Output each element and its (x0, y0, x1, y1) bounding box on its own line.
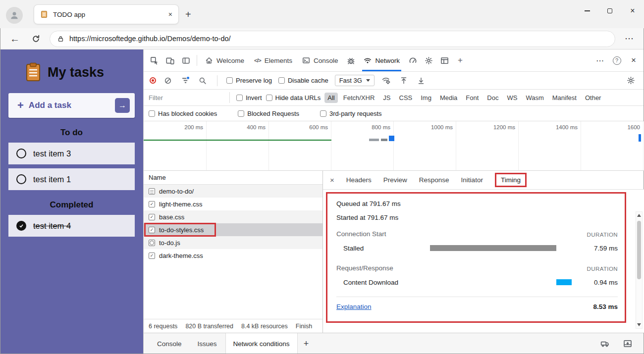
inspect-element-button[interactable] (147, 53, 161, 68)
gridline (456, 121, 456, 170)
throttling-select[interactable]: Fast 3G (335, 75, 375, 86)
devtools-close-button[interactable]: × (626, 53, 641, 68)
name-column-header[interactable]: Name (144, 171, 322, 185)
drawer-misc-button[interactable] (597, 336, 612, 351)
performance-button[interactable] (405, 53, 420, 68)
application-button[interactable] (421, 53, 436, 68)
refresh-button[interactable] (29, 32, 43, 46)
tab-network[interactable]: Network (359, 50, 404, 71)
filter-pill-wasm[interactable]: Wasm (523, 93, 546, 103)
checkbox-icon[interactable] (278, 77, 285, 84)
scroll-down-button[interactable] (636, 321, 642, 328)
table-row[interactable]: dark-theme.css (144, 249, 322, 262)
hide-data-urls-checkbox[interactable]: Hide data URLs (266, 94, 321, 101)
tab-preview[interactable]: Preview (383, 176, 407, 184)
filter-input[interactable] (149, 94, 223, 101)
drawer-tab-issues[interactable]: Issues (190, 333, 224, 354)
minimize-button[interactable] (576, 0, 598, 22)
network-settings-button[interactable] (623, 73, 638, 88)
table-row[interactable]: light-theme.css (144, 198, 322, 210)
tab-close-button[interactable]: × (168, 10, 172, 18)
new-tab-button[interactable]: + (185, 9, 191, 20)
address-bar[interactable]: https://microsoftedge.github.io/Demos/de… (50, 31, 615, 47)
filter-pill-all[interactable]: All (324, 93, 337, 103)
import-har-button[interactable] (398, 75, 409, 86)
add-task-card[interactable]: + Add a task → (8, 93, 135, 118)
scroll-up-button[interactable] (636, 212, 642, 219)
checkbox-icon[interactable] (226, 77, 233, 84)
detail-close-button[interactable]: × (330, 176, 334, 184)
blocked-requests-checkbox[interactable]: Blocked Requests (238, 110, 299, 117)
network-overview-timeline[interactable]: 200 ms 400 ms 600 ms 800 ms 1000 ms 1200… (144, 121, 644, 171)
export-har-button[interactable] (416, 75, 427, 86)
debugger-button[interactable] (343, 53, 358, 68)
todo-item[interactable]: test item 1 (8, 168, 135, 190)
queued-at: Queued at 791.67 ms (327, 194, 625, 207)
layout-button[interactable] (437, 53, 452, 68)
tab-welcome[interactable]: Welcome (201, 50, 249, 71)
checkbox-icon[interactable] (238, 110, 244, 117)
tab-timing[interactable]: Timing (495, 173, 527, 187)
drawer-tab-network-conditions[interactable]: Network conditions (225, 333, 298, 354)
devtools-controls: ⋯ ? × (592, 53, 641, 68)
filter-pill-fetchxhr[interactable]: Fetch/XHR (340, 93, 378, 103)
maximize-button[interactable] (598, 0, 621, 22)
expand-drawer-button[interactable] (620, 336, 635, 351)
filter-toggle-button[interactable] (180, 75, 191, 86)
filter-pill-doc[interactable]: Doc (484, 93, 501, 103)
device-emulation-button[interactable] (162, 53, 177, 68)
table-row[interactable]: base.css (144, 210, 322, 223)
third-party-requests-checkbox[interactable]: 3rd-party requests (320, 110, 382, 117)
drawer-tab-console[interactable]: Console (150, 333, 189, 354)
page-title: My tasks (48, 65, 104, 80)
add-task-submit-button[interactable]: → (115, 98, 130, 113)
invert-checkbox[interactable]: Invert (236, 94, 262, 101)
browser-menu-button[interactable]: ⋯ (622, 32, 636, 46)
checkbox-icon[interactable] (320, 110, 326, 117)
devtools-help-button[interactable]: ? (609, 53, 624, 68)
tab-headers[interactable]: Headers (346, 176, 372, 184)
checkbox-checked-icon[interactable] (16, 221, 26, 231)
explanation-link[interactable]: Explanation (336, 303, 372, 310)
gridline (518, 121, 519, 170)
checkbox-icon[interactable] (236, 95, 243, 101)
more-tabs-button[interactable]: + (453, 53, 468, 68)
checkbox-icon[interactable] (266, 95, 272, 101)
filter-pill-other[interactable]: Other (582, 93, 604, 103)
filter-pill-ws[interactable]: WS (504, 93, 520, 103)
scrollbar[interactable] (636, 211, 643, 329)
filter-pill-font[interactable]: Font (463, 93, 482, 103)
todo-item[interactable]: test item 3 (8, 143, 135, 164)
filter-pill-manifest[interactable]: Manifest (549, 93, 580, 103)
checkbox-circle-icon[interactable] (16, 149, 26, 158)
scrollbar-thumb[interactable] (637, 221, 641, 279)
checkbox-circle-icon[interactable] (16, 174, 26, 184)
filter-pill-img[interactable]: Img (418, 93, 434, 103)
tab-initiator[interactable]: Initiator (461, 176, 483, 184)
filter-pill-css[interactable]: CSS (396, 93, 416, 103)
todo-item-completed[interactable]: test item 4 (8, 215, 135, 237)
tab-elements[interactable]: </> Elements (250, 50, 297, 71)
preserve-log-checkbox[interactable]: Preserve log (226, 77, 272, 84)
filter-pill-media[interactable]: Media (437, 93, 460, 103)
clear-button[interactable] (162, 75, 173, 86)
checkbox-icon[interactable] (149, 110, 155, 117)
network-conditions-button[interactable] (381, 75, 392, 86)
table-row-selected[interactable]: to-do-styles.css (144, 223, 322, 236)
window-close-button[interactable]: × (621, 0, 644, 22)
devtools-menu-button[interactable]: ⋯ (592, 53, 607, 68)
record-button[interactable] (150, 77, 156, 84)
activity-bar-button[interactable] (178, 53, 193, 68)
browser-tab[interactable]: TODO app × (34, 4, 179, 24)
disable-cache-checkbox[interactable]: Disable cache (278, 77, 328, 84)
filter-pill-js[interactable]: JS (380, 93, 393, 103)
back-button[interactable]: ← (8, 32, 22, 46)
table-row[interactable]: demo-to-do/ (144, 185, 322, 198)
table-row[interactable]: to-do.js (144, 236, 322, 249)
tab-response[interactable]: Response (419, 176, 449, 184)
tab-console[interactable]: Console (298, 50, 343, 71)
search-button[interactable] (197, 75, 208, 86)
has-blocked-cookies-checkbox[interactable]: Has blocked cookies (149, 110, 217, 117)
profile-avatar[interactable] (6, 7, 23, 24)
drawer-more-tools-button[interactable]: + (299, 339, 314, 349)
